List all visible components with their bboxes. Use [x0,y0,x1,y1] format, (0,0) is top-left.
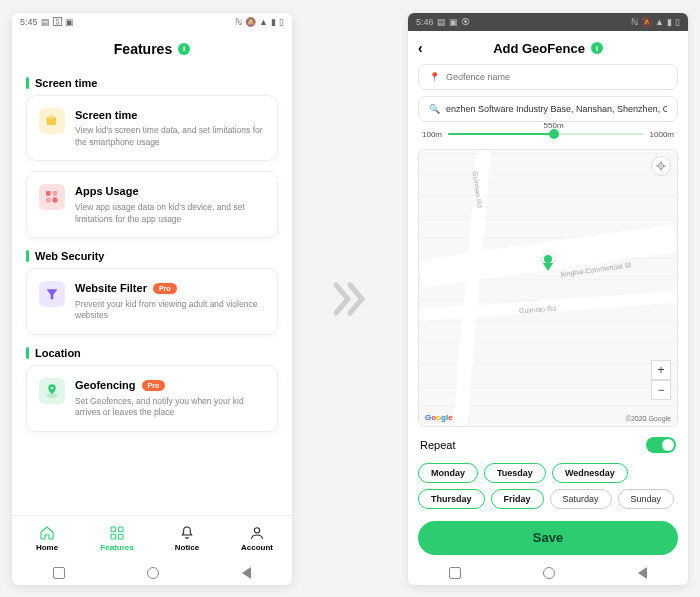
slider-track[interactable]: 550m [448,133,644,135]
status-notification-icon: ▤ [437,17,446,27]
bell-icon [179,525,195,541]
user-icon [249,525,265,541]
svg-rect-1 [49,115,54,118]
nav-account[interactable]: Account [222,516,292,561]
radius-slider[interactable]: 100m 550m 1000m [418,128,678,143]
search-icon: 🔍 [429,104,440,114]
screen-time-icon [39,108,65,134]
day-sunday[interactable]: Sunday [618,489,675,509]
status-time: 5:45 [20,17,38,27]
info-icon[interactable]: i [178,43,190,55]
pin-icon: 📍 [429,72,440,82]
status-app-icon: ▣ [65,17,74,27]
wifi-icon: ▲ [655,17,664,27]
radius-min: 100m [422,130,442,139]
svg-point-8 [51,386,54,389]
back-key[interactable] [638,567,647,579]
day-tuesday[interactable]: Tuesday [484,463,546,483]
nav-home[interactable]: Home [12,516,82,561]
notification-mute-icon: 🔕 [245,17,256,27]
add-geofence-screen: 5:46 ▤ ▣ ⦿ ℕ 🔕 ▲ ▮ ▯ ‹ Add GeoFence i 📍 … [408,13,688,585]
status-app-icon: ▣ [449,17,458,27]
back-button[interactable]: ‹ [418,40,423,56]
section-screen-time: Screen time [26,77,278,89]
nav-notice[interactable]: Notice [152,516,222,561]
svg-rect-4 [46,198,51,203]
android-system-nav [12,561,292,585]
pro-badge: Pro [142,380,166,391]
recent-apps-key[interactable] [449,567,461,579]
zoom-in-button[interactable]: + [651,360,671,380]
svg-point-5 [52,198,57,203]
nav-features[interactable]: Features [82,516,152,561]
bottom-nav: Home Features Notice Account [12,515,292,561]
zoom-out-button[interactable]: − [651,380,671,400]
geofence-search-input[interactable] [446,104,667,114]
card-website-filter[interactable]: Website Filter Pro Prevent your kid from… [26,268,278,335]
svg-rect-11 [111,534,116,539]
repeat-label: Repeat [420,439,455,451]
card-geofencing[interactable]: Geofencing Pro Set Geofences, and notify… [26,365,278,432]
section-marker-icon [26,77,29,89]
android-system-nav [408,561,688,585]
page-header: Features i [12,31,292,65]
geofencing-icon [39,378,65,404]
radius-max: 1000m [650,130,674,139]
svg-point-15 [660,165,662,167]
map-brand: Google [425,413,453,422]
signal-icon: ▮ [271,17,276,27]
status-location-icon: ⦿ [461,17,470,27]
day-thursday[interactable]: Thursday [418,489,485,509]
section-location: Location [26,347,278,359]
svg-rect-10 [118,527,123,532]
features-screen: 5:45 ▤ 🅂 ▣ ℕ 🔕 ▲ ▮ ▯ Features i Screen t… [12,13,292,585]
map-view[interactable]: Guimiao Rd Xinghai Commercial St Guimiao… [418,149,678,427]
geofence-name-field[interactable]: 📍 [418,64,678,90]
recenter-button[interactable] [651,156,671,176]
battery-icon: ▯ [675,17,680,27]
svg-rect-9 [111,527,116,532]
svg-marker-6 [47,289,58,299]
section-marker-icon [26,347,29,359]
day-saturday[interactable]: Saturday [550,489,612,509]
info-icon[interactable]: i [591,42,603,54]
nfc-icon: ℕ [235,17,242,27]
wifi-icon: ▲ [259,17,268,27]
day-friday[interactable]: Friday [491,489,544,509]
repeat-row: Repeat [418,433,678,453]
slider-thumb[interactable] [549,129,559,139]
recent-apps-key[interactable] [53,567,65,579]
status-app-icon: 🅂 [53,17,62,27]
status-bar: 5:46 ▤ ▣ ⦿ ℕ 🔕 ▲ ▮ ▯ [408,13,688,31]
crosshair-icon [655,160,667,172]
status-time: 5:46 [416,17,434,27]
status-notification-icon: ▤ [41,17,50,27]
save-button[interactable]: Save [418,521,678,555]
signal-icon: ▮ [667,17,672,27]
notification-mute-icon: 🔕 [641,17,652,27]
day-wednesday[interactable]: Wednesday [552,463,628,483]
card-apps-usage[interactable]: Apps Usage View app usage data on kid's … [26,171,278,238]
page-title: Features [114,41,172,57]
flow-arrow-icon [328,279,372,319]
features-icon [109,525,125,541]
back-key[interactable] [242,567,251,579]
svg-point-13 [254,527,259,532]
card-screen-time[interactable]: Screen time View kid's screen time data,… [26,95,278,162]
section-web-security: Web Security [26,250,278,262]
svg-rect-12 [118,534,123,539]
geofence-name-input[interactable] [446,72,667,82]
apps-usage-icon [39,184,65,210]
home-key[interactable] [147,567,159,579]
home-icon [39,525,55,541]
repeat-toggle[interactable] [646,437,676,453]
nfc-icon: ℕ [631,17,638,27]
page-header: ‹ Add GeoFence i [408,31,688,64]
geofence-search-field[interactable]: 🔍 [418,96,678,122]
home-key[interactable] [543,567,555,579]
map-copyright: ©2020 Google [626,415,671,422]
status-bar: 5:45 ▤ 🅂 ▣ ℕ 🔕 ▲ ▮ ▯ [12,13,292,31]
day-monday[interactable]: Monday [418,463,478,483]
website-filter-icon [39,281,65,307]
features-list: Screen time Screen time View kid's scree… [12,65,292,515]
